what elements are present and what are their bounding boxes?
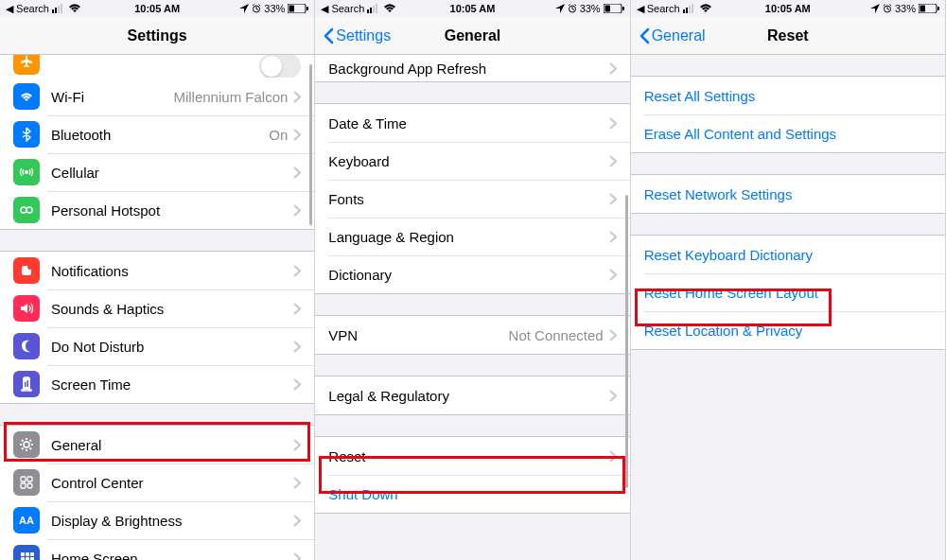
row-sounds[interactable]: Sounds & Haptics bbox=[0, 289, 314, 327]
row-fonts[interactable]: Fonts bbox=[315, 180, 629, 218]
row-reset-keyboard[interactable]: Reset Keyboard Dictionary bbox=[631, 236, 945, 273]
scrollbar[interactable] bbox=[625, 195, 628, 488]
svg-point-8 bbox=[25, 170, 28, 174]
cellular-icon bbox=[13, 159, 40, 185]
chevron-icon bbox=[609, 450, 617, 463]
dnd-label: Do Not Disturb bbox=[51, 339, 293, 355]
general-list[interactable]: Background App Refresh Date & Time Keybo… bbox=[315, 55, 629, 560]
row-control-center[interactable]: Control Center bbox=[0, 464, 314, 501]
row-erase-all[interactable]: Erase All Content and Settings bbox=[631, 114, 945, 152]
settings-list[interactable]: Wi-Fi Millennium Falcon Bluetooth On Cel… bbox=[0, 55, 314, 560]
reset-home-label: Reset Home Screen Layout bbox=[644, 285, 932, 301]
back-app-indicator[interactable]: ◀ Search bbox=[6, 3, 49, 15]
chevron-icon bbox=[293, 166, 301, 179]
row-hotspot[interactable]: Personal Hotspot bbox=[0, 191, 314, 229]
back-app-indicator[interactable]: ◀ Search bbox=[637, 3, 680, 15]
chevron-icon bbox=[609, 62, 617, 75]
cellular-label: Cellular bbox=[51, 165, 293, 181]
row-airplane-mode[interactable] bbox=[0, 55, 314, 78]
row-keyboard[interactable]: Keyboard bbox=[315, 142, 629, 180]
svg-rect-41 bbox=[689, 6, 691, 13]
airplane-toggle[interactable] bbox=[259, 55, 301, 78]
hotspot-icon bbox=[13, 197, 40, 223]
sounds-icon bbox=[13, 295, 40, 322]
row-bluetooth[interactable]: Bluetooth On bbox=[0, 115, 314, 153]
chevron-icon bbox=[293, 515, 301, 527]
row-reset[interactable]: Reset bbox=[315, 437, 629, 475]
row-cellular[interactable]: Cellular bbox=[0, 153, 314, 191]
row-legal[interactable]: Legal & Regulatory bbox=[315, 376, 629, 414]
row-date-time[interactable]: Date & Time bbox=[315, 104, 629, 142]
svg-rect-17 bbox=[21, 477, 26, 481]
chevron-icon bbox=[293, 439, 301, 451]
row-reset-network[interactable]: Reset Network Settings bbox=[631, 175, 945, 213]
row-screentime[interactable]: Screen Time bbox=[0, 365, 314, 403]
row-bg-refresh[interactable]: Background App Refresh bbox=[315, 55, 629, 81]
battery-icon bbox=[919, 4, 939, 13]
alarm-icon bbox=[568, 4, 577, 13]
chevron-icon bbox=[609, 193, 617, 205]
sounds-label: Sounds & Haptics bbox=[51, 301, 293, 317]
battery-percent: 33% bbox=[580, 3, 601, 14]
row-home-screen[interactable]: Home Screen bbox=[0, 539, 314, 560]
screen-reset: ◀ Search 10:05 AM 33% General Reset Rese… bbox=[631, 0, 946, 560]
screentime-label: Screen Time bbox=[51, 376, 293, 393]
notifications-icon bbox=[13, 257, 40, 284]
row-reset-home[interactable]: Reset Home Screen Layout bbox=[631, 273, 945, 311]
svg-rect-42 bbox=[692, 4, 693, 13]
reset-list[interactable]: Reset All Settings Erase All Content and… bbox=[631, 55, 945, 560]
screen-settings: ◀ Search 10:05 AM 33% Settings Wi-Fi Mil bbox=[0, 0, 315, 560]
battery-percent: 33% bbox=[264, 3, 285, 14]
back-app-indicator[interactable]: ◀ Search bbox=[321, 3, 364, 15]
row-display[interactable]: AA Display & Brightness bbox=[0, 501, 314, 539]
svg-rect-1 bbox=[55, 8, 57, 13]
dnd-icon bbox=[13, 333, 40, 359]
location-icon bbox=[870, 4, 880, 13]
wifi-icon bbox=[699, 4, 712, 13]
notifications-label: Notifications bbox=[51, 263, 293, 279]
nav-bar: General Reset bbox=[631, 17, 945, 55]
row-lang-region[interactable]: Language & Region bbox=[315, 218, 629, 255]
svg-rect-46 bbox=[920, 6, 925, 12]
bluetooth-label: Bluetooth bbox=[51, 127, 269, 143]
cellular-signal-icon bbox=[683, 4, 696, 13]
wifi-label: Wi-Fi bbox=[51, 89, 173, 105]
general-label: General bbox=[51, 437, 293, 453]
row-wifi[interactable]: Wi-Fi Millennium Falcon bbox=[0, 78, 314, 115]
svg-rect-39 bbox=[683, 9, 685, 13]
battery-percent: 33% bbox=[895, 3, 916, 14]
reset-all-label: Reset All Settings bbox=[644, 88, 932, 104]
home-screen-icon bbox=[13, 545, 40, 560]
chevron-icon bbox=[293, 91, 301, 103]
svg-rect-0 bbox=[52, 9, 54, 13]
row-notifications[interactable]: Notifications bbox=[0, 252, 314, 289]
svg-rect-3 bbox=[61, 4, 62, 13]
scrollbar[interactable] bbox=[309, 64, 312, 225]
svg-rect-32 bbox=[370, 8, 372, 13]
row-reset-location[interactable]: Reset Location & Privacy bbox=[631, 311, 945, 349]
status-time: 10:05 AM bbox=[765, 3, 811, 14]
row-shutdown[interactable]: Shut Down bbox=[315, 475, 629, 513]
vpn-value: Not Connected bbox=[509, 327, 604, 343]
row-reset-all[interactable]: Reset All Settings bbox=[631, 77, 945, 114]
svg-rect-33 bbox=[373, 6, 375, 13]
wifi-icon bbox=[383, 4, 396, 13]
chevron-icon bbox=[609, 390, 617, 402]
row-vpn[interactable]: VPN Not Connected bbox=[315, 316, 629, 354]
back-button[interactable]: Settings bbox=[323, 27, 391, 44]
chevron-icon bbox=[293, 552, 301, 561]
svg-rect-19 bbox=[21, 483, 26, 488]
row-general[interactable]: General bbox=[0, 426, 314, 464]
reset-keyboard-label: Reset Keyboard Dictionary bbox=[644, 247, 932, 263]
display-label: Display & Brightness bbox=[51, 513, 293, 529]
status-bar: ◀ Search 10:05 AM 33% bbox=[0, 0, 314, 17]
status-bar: ◀ Search 10:05 AM 33% bbox=[315, 0, 629, 17]
svg-rect-24 bbox=[30, 552, 34, 556]
wifi-value: Millennium Falcon bbox=[173, 89, 288, 105]
row-dnd[interactable]: Do Not Disturb bbox=[0, 327, 314, 365]
chevron-icon bbox=[293, 129, 301, 141]
back-button[interactable]: General bbox=[639, 27, 706, 44]
row-dictionary[interactable]: Dictionary bbox=[315, 255, 629, 293]
svg-rect-15 bbox=[27, 380, 29, 387]
svg-point-9 bbox=[21, 207, 26, 213]
